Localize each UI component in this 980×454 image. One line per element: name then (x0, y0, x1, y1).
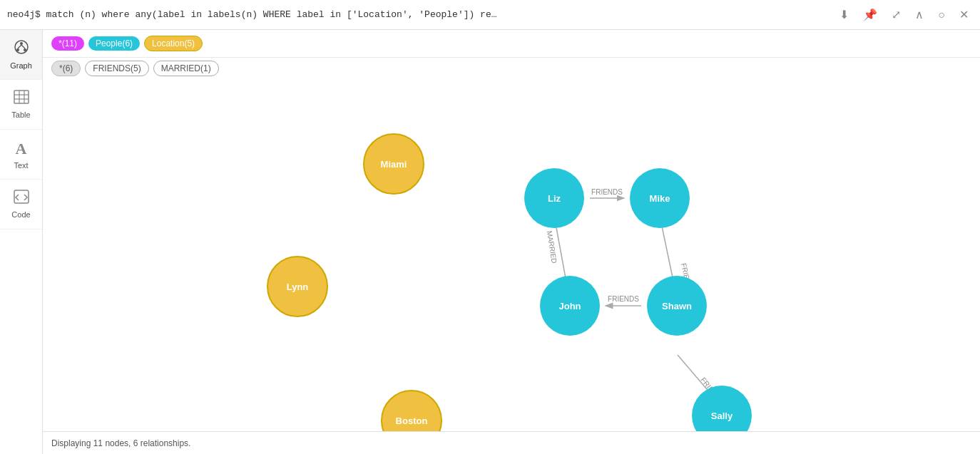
tag-married[interactable]: MARRIED(1) (153, 61, 219, 76)
node-sally[interactable] (692, 386, 752, 431)
status-text: Displaying 11 nodes, 6 relationships. (51, 438, 190, 448)
download-button[interactable]: ⬇ (835, 5, 853, 24)
sidebar-item-text[interactable]: A Text (0, 130, 42, 180)
code-icon (14, 190, 29, 207)
node-john-label: John (558, 301, 581, 311)
pin-button[interactable]: 📌 (859, 5, 882, 24)
tag-friends[interactable]: FRIENDS(5) (85, 61, 148, 76)
graph-panel: *(11) People(6) Location(5) *(6) FRIENDS… (43, 30, 980, 454)
svg-line-4 (18, 45, 21, 48)
close-button[interactable]: ✕ (955, 5, 973, 24)
node-mike-label: Mike (650, 193, 670, 204)
up-button[interactable]: ∧ (911, 5, 928, 24)
title-bar: neo4j$ match (n) where any(label in labe… (0, 0, 980, 30)
node-boston-label: Boston (396, 416, 428, 426)
tag-people[interactable]: People(6) (88, 36, 140, 51)
expand-button[interactable]: ⤢ (887, 5, 905, 24)
svg-line-5 (21, 45, 25, 48)
tag-bar-row2: *(6) FRIENDS(5) MARRIED(1) (43, 58, 980, 82)
tag-bar-row1: *(11) People(6) Location(5) (43, 30, 980, 58)
graph-icon (14, 39, 29, 58)
tag-all-rels[interactable]: *(6) (51, 61, 81, 76)
tag-location[interactable]: Location(5) (144, 36, 203, 51)
edge-label-liz-mike: FRIENDS (591, 188, 623, 196)
title-actions: ⬇ 📌 ⤢ ∧ ○ ✕ (835, 5, 973, 24)
svg-point-3 (24, 48, 26, 51)
svg-point-1 (20, 42, 23, 45)
sidebar-label-code: Code (11, 210, 30, 219)
tag-all-nodes[interactable]: *(11) (51, 36, 84, 51)
comment-button[interactable]: ○ (934, 6, 949, 24)
node-shawn-label: Shawn (662, 301, 692, 311)
edge-label-shawn-john: FRIENDS (608, 295, 639, 303)
sidebar-item-code[interactable]: Code (0, 180, 42, 229)
svg-point-2 (16, 48, 19, 51)
table-icon (14, 90, 29, 108)
query-text: neo4j$ match (n) where any(label in labe… (7, 9, 835, 20)
sidebar-item-graph[interactable]: Graph (0, 30, 42, 80)
sidebar-label-graph: Graph (10, 61, 32, 70)
edge-label-liz-john: MARRIED (546, 230, 558, 264)
svg-rect-6 (14, 91, 29, 103)
text-icon: A (16, 140, 27, 158)
status-bar: Displaying 11 nodes, 6 relationships. (43, 431, 980, 454)
main-content: Graph Table A Text Code *(11) People(6) … (0, 30, 980, 454)
node-sally-label: Sally (711, 411, 733, 421)
node-liz-label: Liz (548, 193, 561, 204)
sidebar: Graph Table A Text Code (0, 30, 43, 454)
sidebar-item-table[interactable]: Table (0, 80, 42, 130)
graph-canvas[interactable]: FRIENDS FRIENDS FRIENDS MARRIED FRIENDS … (43, 82, 980, 431)
sidebar-label-text: Text (14, 161, 28, 170)
node-lynn-label: Lynn (287, 282, 309, 292)
node-miami-label: Miami (381, 159, 407, 170)
sidebar-label-table: Table (11, 110, 30, 119)
